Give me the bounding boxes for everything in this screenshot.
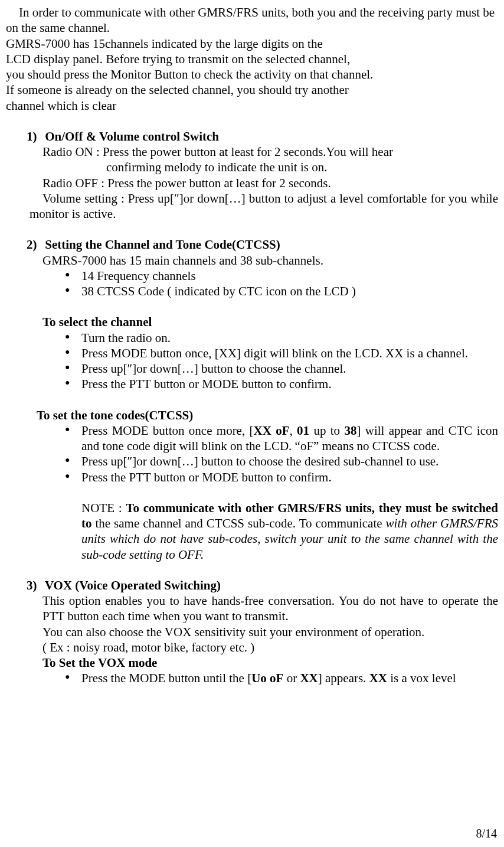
list-item: Press up[″]or down[…] button to choose t… — [65, 454, 498, 469]
list-item: Press the MODE button until the [Uo oF o… — [65, 670, 498, 686]
list-item: Press the PTT button or MODE button to c… — [65, 470, 498, 485]
note-plain: the same channel and CTCSS sub-code. To … — [95, 516, 385, 530]
tone-codes-list: Press MODE button once more, [XX oF, 01 … — [65, 423, 498, 485]
vox-set-list: Press the MODE button until the [Uo oF o… — [65, 670, 498, 686]
section-2-heading: 2) Setting the Channel and Tone Code(CTC… — [27, 237, 498, 252]
text-comma: , — [290, 423, 297, 438]
intro-line-4: you should press the Monitor Button to c… — [6, 67, 498, 82]
tone-codes-heading: To set the tone codes(CTCSS) — [37, 408, 498, 423]
tone-item-text: Press MODE button once more, [ — [81, 423, 254, 438]
confirming-line: confirming melody to indicate the unit i… — [106, 159, 498, 175]
text-voxlevel: is a vox level — [387, 671, 456, 685]
page-number: 8/14 — [476, 826, 497, 841]
section-3-number: 3) — [27, 578, 42, 593]
select-channel-heading: To select the channel — [42, 314, 498, 330]
radio-off-line: Radio OFF : Press the power button at le… — [42, 175, 498, 191]
list-item: 38 CTCSS Code ( indicated by CTC icon on… — [65, 284, 498, 299]
section-3-title: VOX (Voice Operated Switching) — [45, 578, 221, 592]
section-1-title: On/Off & Volume control Switch — [45, 129, 219, 144]
intro-line-3: LCD display panel. Before trying to tran… — [6, 51, 498, 67]
vox-paragraph-1: This option enables you to have hands-fr… — [42, 593, 498, 624]
list-item: 14 Frequency channels — [65, 268, 498, 284]
vox-paragraph-2: You can also choose the VOX sensitivity … — [42, 624, 498, 640]
list-item: Press the PTT button or MODE button to c… — [65, 376, 498, 392]
list-item: Press MODE button once more, [XX oF, 01 … — [65, 423, 498, 454]
vox-item-text: Press the MODE button until the [ — [81, 671, 251, 685]
channel-features-list: 14 Frequency channels 38 CTCSS Code ( in… — [65, 268, 498, 299]
section-1-number: 1) — [27, 129, 42, 144]
note-label: NOTE : — [81, 501, 126, 515]
text-or: or — [283, 671, 300, 685]
bold-xx: XX — [300, 671, 318, 685]
radio-on-line: Radio ON : Press the power button at lea… — [42, 144, 498, 159]
list-item: Press MODE button once, [XX] digit will … — [65, 346, 498, 361]
intro-line-5: If someone is already on the selected ch… — [6, 82, 498, 97]
list-item: Turn the radio on. — [65, 330, 498, 346]
volume-line: Volume setting : Press up[″]or down[…] b… — [30, 191, 498, 222]
vox-paragraph-3: ( Ex : noisy road, motor bike, factory e… — [42, 640, 498, 655]
section-3-heading: 3) VOX (Voice Operated Switching) — [27, 578, 498, 593]
bold-xx-of: XX oF — [254, 423, 290, 438]
intro-paragraph-1: In order to communicate with other GMRS/… — [6, 5, 498, 36]
list-item: Press up[″]or down[…] button to choose t… — [65, 361, 498, 376]
section-1-heading: 1) On/Off & Volume control Switch — [27, 129, 498, 144]
bold-01: 01 — [297, 423, 309, 438]
note-paragraph: NOTE : To communicate with other GMRS/FR… — [81, 500, 498, 562]
bold-xx-2: XX — [369, 671, 387, 685]
select-channel-list: Turn the radio on. Press MODE button onc… — [65, 330, 498, 392]
section-2-intro: GMRS-7000 has 15 main channels and 38 su… — [42, 253, 498, 268]
intro-line-6: channel which is clear — [6, 98, 498, 113]
text-appears: ] appears. — [318, 671, 369, 685]
vox-set-heading: To Set the VOX mode — [42, 655, 498, 670]
bold-38: 38 — [344, 423, 356, 438]
intro-line-2: GMRS-7000 has 15channels indicated by th… — [6, 36, 498, 51]
section-2-title: Setting the Channel and Tone Code(CTCSS) — [45, 237, 280, 252]
text-upto: up to — [309, 423, 344, 438]
bold-uo-of: Uo oF — [251, 671, 283, 685]
section-2-number: 2) — [27, 237, 42, 252]
